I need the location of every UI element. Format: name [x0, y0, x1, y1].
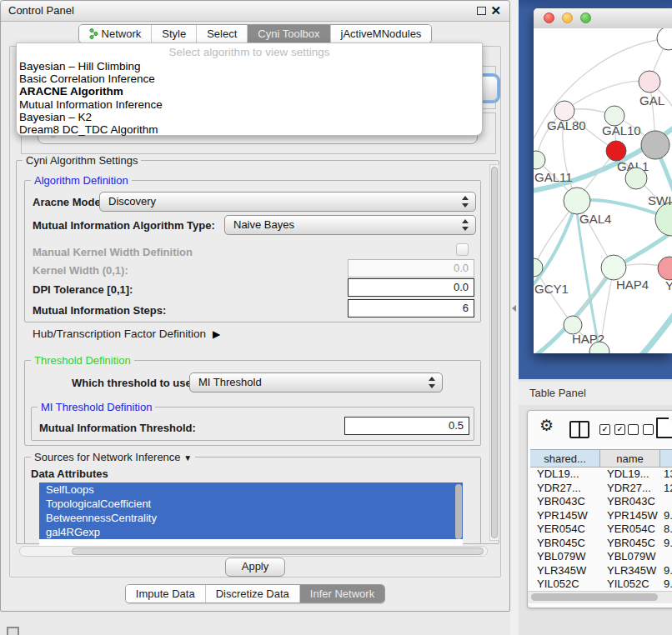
hub-definition-toggle[interactable]: Hub/Transcription Factor Definition▶ — [33, 328, 220, 340]
dropdown-placeholder: Select algorithm to view settings — [17, 43, 482, 60]
table-row[interactable]: YBR045CYBR045C9. — [530, 537, 672, 551]
mi-threshold-field[interactable]: 0.5 — [344, 417, 469, 435]
gear-icon[interactable]: ⚙ — [539, 418, 554, 434]
network-node-y[interactable] — [658, 257, 672, 280]
table-row[interactable]: YBL079WYBL079W — [530, 550, 672, 564]
dropdown-item-bayesian-hill-climbing[interactable]: Bayesian – Hill Climbing — [17, 60, 482, 72]
tab-style[interactable]: Style — [151, 25, 196, 42]
tab-label: Discretize Data — [216, 588, 289, 600]
dpi-tolerance-label: DPI Tolerance [0,1]: — [33, 283, 133, 296]
import-table-icon[interactable] — [656, 418, 672, 438]
network-edge[interactable] — [534, 268, 573, 325]
which-threshold-combobox[interactable]: MI Threshold — [189, 372, 443, 392]
table-cell: 9. — [660, 537, 672, 551]
attribute-item-topologicalcoefficient[interactable]: TopologicalCoefficient — [39, 497, 463, 511]
dropdown-items: Bayesian – Hill ClimbingBasic Correlatio… — [17, 60, 482, 136]
attribute-item-betweennesscentrality[interactable]: BetweennessCentrality — [39, 511, 463, 525]
table-row[interactable]: YER054CYER054C8. — [530, 522, 672, 537]
tab-select[interactable]: Select — [196, 25, 247, 42]
attribute-item-selfloops[interactable]: SelfLoops — [39, 482, 463, 497]
dropdown-item-basic-correlation-inference[interactable]: Basic Correlation Inference — [17, 72, 482, 85]
top-tab-bar: NetworkStyleSelectCyni ToolboxjActiveMNo… — [1, 24, 509, 43]
unchecked-columns-icon[interactable] — [628, 424, 654, 435]
mi-steps-label: Mutual Information Steps: — [33, 304, 166, 317]
tab-cyni-toolbox[interactable]: Cyni Toolbox — [247, 25, 329, 42]
tab-jactivemnodules[interactable]: jActiveMNodules — [330, 25, 432, 42]
table-cell: 12 — [660, 482, 672, 496]
network-node-gal4[interactable] — [564, 188, 590, 214]
hub-definition-label: Hub/Transcription Factor Definition — [33, 328, 206, 340]
network-node-hap4[interactable] — [601, 255, 626, 280]
checked-columns-icon[interactable]: ✓ ✓ — [599, 424, 625, 435]
dropdown-item-dream8-dc-tdc-algorithm[interactable]: Dream8 DC_TDC Algorithm — [17, 123, 482, 136]
table-row[interactable]: YLR345WYLR345W9. — [530, 564, 672, 578]
vertical-scrollbar-thumb[interactable] — [491, 167, 498, 538]
network-edge[interactable] — [564, 81, 649, 111]
mi-type-combobox[interactable]: Naive Bayes — [224, 215, 476, 235]
table-row[interactable]: YPR145WYPR145W9. — [530, 509, 672, 523]
panel-divider[interactable] — [510, 0, 519, 635]
apply-button[interactable]: Apply — [225, 558, 285, 577]
dropdown-item-bayesian-k2[interactable]: Bayesian – K2 — [17, 111, 482, 123]
float-panel-icon[interactable] — [7, 627, 19, 635]
vertical-scrollbar[interactable] — [489, 164, 499, 541]
table-cell: YER054C — [530, 522, 600, 537]
column-header-shared-[interactable]: shared... — [530, 449, 600, 468]
expand-down-icon[interactable]: ▼ — [183, 453, 192, 462]
dpi-tolerance-field[interactable]: 0.0 — [348, 278, 474, 297]
list-scrollbar-thumb[interactable] — [455, 484, 462, 539]
network-node[interactable] — [641, 131, 669, 159]
columns-icon[interactable] — [569, 421, 589, 438]
dropdown-item-aracne-algorithm[interactable]: ARACNE Algorithm — [17, 85, 482, 98]
network-node-gal[interactable] — [639, 71, 660, 92]
minimize-traffic-light-icon[interactable] — [562, 12, 573, 23]
table-cell: YBR045C — [600, 537, 660, 551]
table-row[interactable]: YIL052CYIL052C9. — [530, 578, 672, 589]
attribute-item-gal4rgexp[interactable]: gal4RGexp — [39, 525, 463, 539]
algorithm-definition-title: Algorithm Definition — [31, 174, 132, 187]
network-node[interactable] — [625, 168, 647, 189]
table-hscrollbar[interactable] — [528, 591, 672, 603]
mi-steps-field[interactable]: 6 — [348, 299, 474, 318]
node-label: GAL — [639, 93, 664, 108]
horizontal-scrollbar[interactable] — [19, 546, 488, 557]
table-row[interactable]: YDL19...YDL19...13 — [530, 468, 672, 482]
checkbox-checked-icon: ✓ — [599, 424, 610, 435]
network-window[interactable]: GALGAL80GAL10GAL1GAL11GAL4SWI4GCY1HAP4YH… — [534, 8, 672, 353]
node-label: HAP4 — [616, 278, 649, 292]
data-attributes-list[interactable]: SelfLoopsTopologicalCoefficientBetweenne… — [39, 482, 463, 546]
manual-kernel-checkbox[interactable] — [456, 243, 469, 256]
table-row[interactable]: YDR27...YDR27...12 — [530, 482, 672, 496]
column-header-a[interactable]: A — [660, 449, 672, 468]
table-cell: 9. — [660, 564, 672, 578]
close-icon[interactable]: ✕ — [490, 2, 501, 19]
network-window-titlebar[interactable] — [534, 8, 672, 29]
node-label: Y — [665, 278, 672, 292]
kernel-width-field[interactable]: 0.0 — [348, 259, 474, 278]
network-canvas[interactable]: GALGAL80GAL10GAL1GAL11GAL4SWI4GCY1HAP4YH… — [534, 28, 672, 353]
aracne-mode-combobox[interactable]: Discovery — [99, 192, 476, 212]
close-traffic-light-icon[interactable] — [544, 12, 554, 23]
zoom-traffic-light-icon[interactable] — [580, 12, 591, 23]
table-cell: YBR045C — [530, 537, 600, 551]
table-hscrollbar-thumb[interactable] — [531, 593, 658, 601]
table-cell: YDL19... — [530, 468, 600, 482]
dropdown-item-mutual-information-inference[interactable]: Mutual Information Inference — [17, 98, 482, 111]
collapse-divider-icon[interactable] — [512, 305, 516, 312]
table-cell: YDR27... — [530, 482, 600, 496]
tab-impute-data[interactable]: Impute Data — [126, 585, 205, 602]
network-node[interactable] — [657, 28, 672, 50]
cyni-settings-title: Cyni Algorithm Settings — [23, 154, 141, 167]
network-edge[interactable] — [640, 308, 672, 353]
column-header-name[interactable]: name — [600, 449, 660, 468]
horizontal-scrollbar-thumb[interactable] — [72, 548, 484, 555]
network-node-gal1[interactable] — [606, 141, 626, 161]
table-cell: 8. — [660, 522, 672, 537]
network-node-swi4[interactable] — [655, 202, 672, 236]
tab-network[interactable]: Network — [79, 25, 152, 42]
float-window-icon[interactable] — [477, 7, 486, 15]
table-row[interactable]: YBR043CYBR043C — [530, 495, 672, 509]
tab-infer-network[interactable]: Infer Network — [299, 585, 384, 602]
table-cell: 13 — [660, 468, 672, 482]
tab-discretize-data[interactable]: Discretize Data — [205, 585, 299, 602]
